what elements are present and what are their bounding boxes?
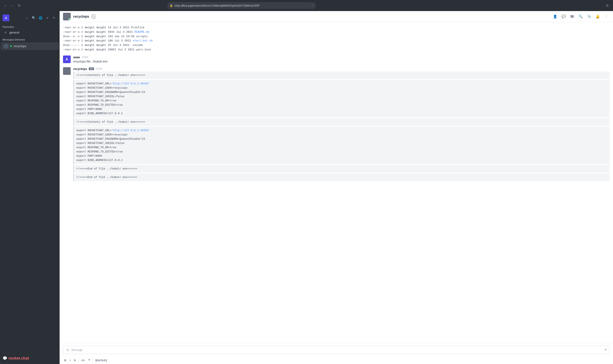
header-actions: 👤 💬 ☎ 🔍 📎 🔔 ⋮ bbox=[552, 13, 610, 20]
sidebar-top: A ⌂ 🔍 🌐 ≡ ✎ bbox=[0, 13, 60, 23]
sidebar-item-general[interactable]: # general bbox=[1, 29, 59, 36]
extensions-button[interactable]: ☰ bbox=[604, 2, 611, 9]
chat-icon-button[interactable]: 💬 bbox=[560, 13, 567, 20]
browser-nav-buttons: ← → ↻ bbox=[2, 2, 22, 9]
url-text: chat.office.paper/direct/WoxmTzWbvoijWkN… bbox=[175, 4, 310, 7]
format-separator-1 bbox=[78, 359, 79, 362]
file-listing-line: -rwxr-xr-x 1 dwight dwight 14 Jul 3 2021… bbox=[63, 26, 610, 30]
search-header-button[interactable]: 🔍 bbox=[577, 13, 584, 20]
app: A ⌂ 🔍 🌐 ≡ ✎ Favoritos # general Mensajes… bbox=[0, 11, 613, 364]
sort-icon[interactable]: ≡ bbox=[44, 15, 50, 21]
back-button[interactable]: ← bbox=[2, 2, 9, 9]
refresh-button[interactable]: ↻ bbox=[16, 2, 22, 9]
profile-button[interactable]: 👤 bbox=[552, 13, 559, 20]
italic-button[interactable]: i bbox=[68, 358, 72, 363]
phone-button[interactable]: ☎ bbox=[569, 13, 575, 20]
message-input-area: ☺ + bbox=[60, 343, 613, 357]
readme-link[interactable]: README.md bbox=[134, 30, 149, 34]
main-chat: recyclops ☆ 👤 💬 ☎ 🔍 📎 🔔 ⋮ -rwxr-xr-x 1 d… bbox=[60, 11, 613, 364]
file-listing-line: -rwxr-xr-x 1 dwight dwight 5044 Jul 3 20… bbox=[63, 30, 610, 34]
security-icon: 🔒 bbox=[170, 4, 173, 7]
code-block-3: <!=====Contents of file ../hubot/.env===… bbox=[73, 118, 610, 126]
send-button[interactable]: + bbox=[604, 348, 607, 352]
quote-button[interactable]: ❝ bbox=[87, 358, 91, 363]
aaaa-message-body: aaaa 13:55 recyclops file ../hubot/.env bbox=[73, 55, 610, 64]
hash-icon: # bbox=[3, 31, 8, 34]
file-listing: -rwxr-xr-x 1 dwight dwight 14 Jul 3 2021… bbox=[63, 26, 610, 52]
bookmark-icon: ☆ bbox=[311, 4, 313, 7]
url-link-1[interactable]: http://127.0.0.1:48320' bbox=[113, 82, 150, 85]
formatting-toolbar: B i S </> ❝ \[KaTeX\] bbox=[60, 357, 613, 364]
file-listing-line: -rwxr-xr-x 1 dwight dwight 29951 Jul 3 2… bbox=[63, 48, 610, 52]
strikethrough-button[interactable]: S bbox=[73, 358, 77, 363]
aaaa-author: aaaa bbox=[73, 55, 80, 59]
home-icon[interactable]: ⌂ bbox=[24, 15, 30, 21]
recyclops-label: recyclops bbox=[14, 44, 26, 48]
file-listing-line: drwx------ 2 dwight dwight 25 Jul 3 2021… bbox=[63, 43, 610, 48]
messages-area[interactable]: -rwxr-xr-x 1 dwight dwight 14 Jul 3 2021… bbox=[60, 22, 613, 343]
bold-button[interactable]: B bbox=[63, 358, 68, 363]
file-listing-line: -rwxr-xr-x 1 dwight dwight 100 Jul 3 202… bbox=[63, 39, 610, 43]
message-input[interactable] bbox=[71, 348, 603, 352]
dm-avatar bbox=[3, 44, 9, 49]
channel-header: recyclops ☆ 👤 💬 ☎ 🔍 📎 🔔 ⋮ bbox=[60, 11, 613, 22]
sidebar: A ⌂ 🔍 🌐 ≡ ✎ Favoritos # general Mensajes… bbox=[0, 11, 60, 364]
url-link-2[interactable]: http://127.0.0.1:48320' bbox=[113, 129, 150, 132]
sidebar-item-recyclops[interactable]: recyclops bbox=[1, 42, 59, 50]
recyclops-author: recyclops bbox=[73, 67, 87, 71]
recyclops-avatar bbox=[63, 67, 71, 75]
channel-name: recyclops bbox=[73, 15, 89, 18]
browser-chrome: ← → ↻ 🔒 chat.office.paper/direct/WoxmTzW… bbox=[0, 0, 613, 11]
online-indicator bbox=[10, 45, 12, 47]
start-bot-link[interactable]: start_bot.sh bbox=[133, 39, 153, 42]
star-button[interactable]: ☆ bbox=[92, 14, 95, 19]
logo-icon: 💬 bbox=[2, 356, 7, 361]
code-block-1: <!=====Contents of file ../hubot/.env===… bbox=[73, 71, 610, 79]
code-button[interactable]: </> bbox=[80, 358, 86, 363]
channel-online-dot bbox=[68, 18, 71, 20]
message-recyclops: recyclops Bot 13:55 <!=====Contents of f… bbox=[63, 67, 610, 182]
more-options-button[interactable]: ⋮ bbox=[603, 13, 610, 20]
code-block-2: export ROCKETCHAT_URL='http://127.0.0.1:… bbox=[73, 80, 610, 117]
browser-actions: ☰ bbox=[604, 2, 611, 9]
latex-button[interactable]: \[KaTeX\] bbox=[94, 358, 108, 363]
notifications-button[interactable]: 🔔 bbox=[594, 13, 601, 20]
direct-messages-label: Mensajes Directos bbox=[0, 36, 60, 42]
code-block-5: <!=====End of file ../hubot/.env=====> bbox=[73, 165, 610, 173]
format-separator-2 bbox=[92, 359, 93, 362]
logo-text: 💬 rocket.chat bbox=[2, 356, 57, 361]
aaaa-message-text: recyclops file ../hubot/.env bbox=[73, 59, 610, 64]
bot-badge: Bot bbox=[89, 67, 94, 70]
general-label: general bbox=[9, 31, 19, 34]
code-block-4: export ROCKETCHAT_URL='http://127.0.0.1:… bbox=[73, 127, 610, 164]
emoji-button[interactable]: ☺ bbox=[66, 348, 70, 352]
search-icon[interactable]: 🔍 bbox=[31, 15, 37, 21]
recyclops-message-header: recyclops Bot 13:55 bbox=[73, 67, 610, 71]
aaaa-avatar: A bbox=[63, 55, 71, 63]
address-bar[interactable]: 🔒 chat.office.paper/direct/WoxmTzWbvoijW… bbox=[167, 2, 316, 9]
recyclops-time: 13:55 bbox=[96, 67, 102, 70]
message-input-container: ☺ + bbox=[63, 346, 610, 354]
recyclops-message-body: recyclops Bot 13:55 <!=====Contents of f… bbox=[73, 67, 610, 182]
globe-icon[interactable]: 🌐 bbox=[38, 15, 43, 21]
favorites-label: Favoritos bbox=[0, 23, 60, 29]
code-block-6: <!=====End of file ../hubot/.env=====> bbox=[73, 173, 610, 181]
aaaa-message-header: aaaa 13:55 bbox=[73, 55, 610, 59]
file-listing-line: drwx--x--x 2 dwight dwight 193 Jan 13 10… bbox=[63, 34, 610, 39]
message-aaaa: A aaaa 13:55 recyclops file ../hubot/.en… bbox=[63, 55, 610, 64]
sidebar-top-icons: ⌂ 🔍 🌐 ≡ ✎ bbox=[24, 15, 57, 21]
compose-icon[interactable]: ✎ bbox=[51, 15, 57, 21]
attachment-button[interactable]: 📎 bbox=[586, 13, 593, 20]
aaaa-time: 13:55 bbox=[82, 56, 88, 59]
channel-avatar bbox=[63, 13, 71, 20]
file-listing-group: -rwxr-xr-x 1 dwight dwight 14 Jul 3 2021… bbox=[63, 26, 610, 52]
user-avatar: A bbox=[2, 14, 9, 21]
rocket-chat-logo: 💬 rocket.chat bbox=[0, 352, 60, 362]
forward-button[interactable]: → bbox=[9, 2, 15, 9]
